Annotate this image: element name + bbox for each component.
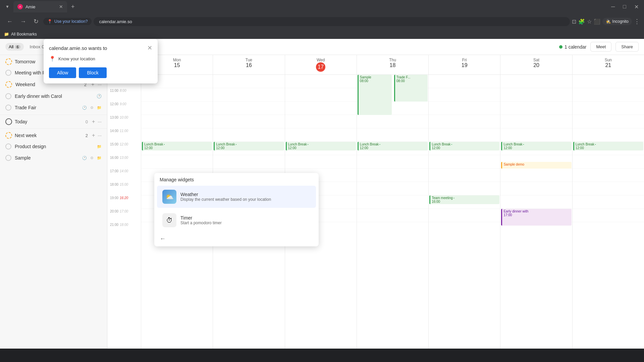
sidebar: All 6 Inbox 0 Tomorrow Meeting with Rich… bbox=[0, 39, 107, 349]
nextweek-add-icon[interactable]: + bbox=[92, 132, 95, 138]
close-button[interactable]: ✕ bbox=[632, 2, 641, 11]
task-sample[interactable]: Sample 🕐 ⚙ 📁 bbox=[0, 152, 107, 164]
task-checkbox[interactable] bbox=[5, 70, 11, 76]
nav-icons: ⊡ 🧩 ☆ ⬛ 🕵️ Incognito ⋮ bbox=[572, 18, 640, 25]
meet-button[interactable]: Meet bbox=[590, 42, 611, 52]
task-trade-fair[interactable]: Trade Fair 🕐 ⚙ 📁 bbox=[0, 102, 107, 113]
sample-clock-icon: 🕐 bbox=[82, 156, 87, 160]
event-lunch-sun[interactable]: Lunch Break• 12:00 bbox=[573, 142, 643, 150]
reload-button[interactable]: ↻ bbox=[31, 16, 41, 26]
all-count: 6 bbox=[15, 45, 20, 49]
nextweek-icon bbox=[5, 132, 12, 139]
tab-title: Amie bbox=[25, 4, 36, 9]
sample-folder-icon: 📁 bbox=[97, 156, 102, 160]
task-early-dinner[interactable]: Early dinner with Carol 🕐 bbox=[0, 90, 107, 102]
event-lunch-sat[interactable]: Lunch Break• 12:00 bbox=[501, 142, 571, 150]
day-name-sun: Sun bbox=[575, 58, 641, 62]
weather-title: Weather bbox=[180, 192, 271, 197]
tab-group-button[interactable]: ▼ bbox=[3, 3, 12, 10]
section-nextweek-header[interactable]: Next week 2 + ··· bbox=[0, 130, 107, 141]
day-name-wed: Wed bbox=[288, 58, 354, 62]
active-tab[interactable]: A Amie ✕ bbox=[13, 1, 67, 12]
dialog-title: calendar.amie.so wants to bbox=[49, 45, 107, 51]
sidebar-icon[interactable]: ⬛ bbox=[594, 18, 600, 25]
task-product-design[interactable]: Product design 📁 bbox=[0, 141, 107, 152]
task-checkbox-trade[interactable] bbox=[5, 105, 11, 111]
time-slot-1800: 18:0015:00 bbox=[107, 182, 141, 195]
event-lunch-thu[interactable]: Lunch Break• 12:00 bbox=[358, 142, 428, 150]
widget-back-button[interactable]: ← bbox=[154, 233, 319, 245]
back-button[interactable]: ← bbox=[4, 17, 15, 26]
event-team-meeting[interactable]: Team meeting• 16:00 bbox=[429, 195, 499, 204]
section-today-header[interactable]: Today 0 + ··· bbox=[0, 116, 107, 127]
allow-button[interactable]: Allow bbox=[49, 67, 76, 78]
time-slot-1900: 19:0016:20 bbox=[107, 195, 141, 209]
calendar-count: 1 calendar bbox=[565, 44, 586, 50]
today-icon bbox=[5, 118, 12, 125]
bookmarks-bar: 📁 All Bookmarks bbox=[0, 29, 644, 39]
day-col-sun: Lunch Break• 12:00 bbox=[572, 75, 644, 349]
product-folder-icon: 📁 bbox=[97, 144, 102, 149]
widget-item-timer[interactable]: ⏱ Timer Start a pomodoro timer bbox=[157, 209, 316, 231]
block-button[interactable]: Block bbox=[79, 67, 106, 78]
event-lunch-mon[interactable]: Lunch Break• 12:00 bbox=[142, 142, 212, 150]
maximize-button[interactable]: □ bbox=[620, 2, 629, 11]
day-name-thu: Thu bbox=[360, 58, 426, 62]
incognito-badge: 🕵️ Incognito bbox=[602, 18, 632, 25]
event-early-dinner-sat[interactable]: Early dinner with 17:00 bbox=[501, 209, 571, 226]
tab-close-icon[interactable]: ✕ bbox=[59, 4, 63, 9]
event-lunch-wed[interactable]: Lunch Break• 12:00 bbox=[286, 142, 356, 150]
dinner-title: Early dinner with Carol bbox=[15, 94, 93, 99]
extensions-icon[interactable]: 🧩 bbox=[578, 18, 585, 25]
event-sample-demo[interactable]: Sample demo bbox=[501, 162, 571, 169]
dialog-close-icon[interactable]: ✕ bbox=[147, 44, 152, 52]
trade-title: Trade Fair bbox=[15, 105, 79, 110]
event-lunch-tue[interactable]: Lunch Break• 12:00 bbox=[214, 142, 284, 150]
dialog-header: calendar.amie.so wants to ✕ bbox=[44, 39, 158, 54]
cast-icon[interactable]: ⊡ bbox=[572, 18, 576, 25]
time-slot-1700: 17:0014:00 bbox=[107, 169, 141, 182]
today-add-icon[interactable]: + bbox=[92, 119, 95, 125]
dialog-body: 📍 Know your location bbox=[44, 54, 158, 65]
minimize-button[interactable]: ─ bbox=[608, 2, 618, 11]
more-icon[interactable]: ⋮ bbox=[634, 18, 640, 25]
share-button[interactable]: Share bbox=[615, 42, 639, 52]
nextweek-badge: 2 bbox=[86, 133, 88, 138]
bookmarks-label[interactable]: All Bookmarks bbox=[11, 32, 37, 37]
day-name-tue: Tue bbox=[216, 58, 282, 62]
day-header-sat: Sat 20 bbox=[500, 55, 572, 74]
task-checkbox-dinner[interactable] bbox=[5, 93, 11, 99]
event-trade-thu[interactable]: Trade F... 08:00 bbox=[394, 75, 428, 102]
nextweek-title: Next week bbox=[15, 133, 83, 138]
day-name-fri: Fri bbox=[431, 58, 497, 62]
calendar-header: ← → 1 calendar Meet Share bbox=[107, 39, 644, 55]
day-header-fri: Fri 19 bbox=[428, 55, 500, 74]
event-sample-thu[interactable]: Sample 08:00 bbox=[358, 75, 392, 115]
day-num-sat: 20 bbox=[503, 62, 569, 68]
widget-item-weather[interactable]: ⛅ Weather Display the current weather ba… bbox=[157, 186, 316, 208]
task-checkbox-sample[interactable] bbox=[5, 155, 11, 161]
time-slot-1600: 16:0013:00 bbox=[107, 155, 141, 169]
event-lunch-fri[interactable]: Lunch Break• 12:00 bbox=[429, 142, 499, 150]
new-tab-button[interactable]: + bbox=[68, 2, 77, 12]
forward-button[interactable]: → bbox=[17, 17, 29, 26]
nextweek-more-icon[interactable]: ··· bbox=[98, 133, 102, 138]
today-more-icon[interactable]: ··· bbox=[98, 119, 102, 124]
task-checkbox-product[interactable] bbox=[5, 143, 11, 149]
location-pin-icon: 📍 bbox=[49, 56, 56, 62]
location-indicator[interactable]: 📍 Use your location? bbox=[43, 18, 92, 25]
main-area: ← → 1 calendar Meet Share Mon 15 Tue 16 … bbox=[107, 39, 644, 349]
calendar-indicator: 1 calendar bbox=[559, 44, 586, 50]
incognito-label: Incognito bbox=[612, 19, 629, 24]
address-text: calendar.amie.so bbox=[99, 19, 132, 24]
day-header-wed: Wed 17 bbox=[285, 55, 357, 74]
bookmark-icon[interactable]: ☆ bbox=[587, 18, 592, 25]
tomorrow-icon bbox=[5, 58, 12, 65]
tab-all[interactable]: All 6 bbox=[5, 43, 24, 51]
task-checkbox-weekend[interactable] bbox=[5, 81, 12, 88]
day-col-thu: Sample 08:00 Trade F... 08:00 Lunch Brea… bbox=[357, 75, 428, 349]
timer-widget-text: Timer Start a pomodoro timer bbox=[180, 215, 222, 225]
window-controls: ─ □ ✕ bbox=[608, 2, 641, 11]
address-bar[interactable]: calendar.amie.so bbox=[94, 17, 570, 26]
sample-title: Sample bbox=[15, 155, 79, 161]
